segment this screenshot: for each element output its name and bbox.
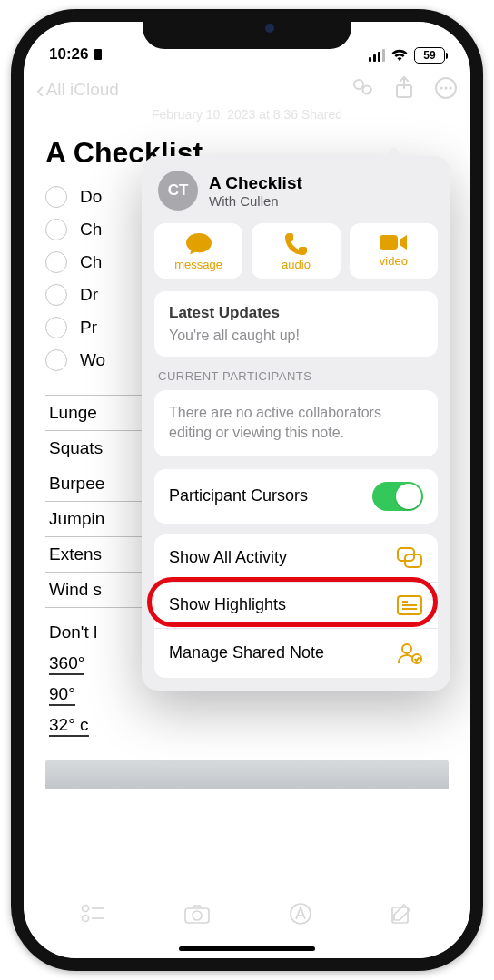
nav-bar: ‹ All iCloud (24, 67, 470, 113)
compose-icon[interactable] (390, 902, 413, 929)
checkbox-icon[interactable] (45, 284, 67, 306)
home-indicator (179, 946, 315, 951)
chevron-left-icon: ‹ (36, 78, 44, 102)
audio-button[interactable]: audio (252, 223, 340, 279)
manage-shared-label: Manage Shared Note (169, 643, 324, 662)
note-image (45, 760, 449, 789)
show-activity-row[interactable]: Show All Activity (154, 534, 438, 583)
checklist-text: Do (80, 187, 102, 207)
cursors-toggle[interactable] (372, 482, 423, 511)
highlights-icon (396, 595, 423, 615)
svg-rect-16 (380, 235, 398, 250)
checkbox-icon[interactable] (45, 349, 67, 371)
checklist-icon[interactable] (81, 904, 106, 927)
checklist-text: Pr (80, 318, 97, 338)
cellular-icon (369, 49, 385, 62)
collaborate-icon[interactable] (351, 77, 374, 103)
svg-point-4 (436, 78, 456, 98)
share-icon[interactable] (394, 76, 414, 103)
wifi-icon (390, 49, 409, 62)
back-label: All iCloud (46, 80, 119, 100)
checklist-text: Ch (80, 220, 102, 240)
message-icon (185, 232, 212, 256)
checklist-text: Wo (80, 350, 105, 370)
video-button[interactable]: video (350, 223, 438, 279)
show-activity-label: Show All Activity (169, 548, 287, 567)
camera-icon[interactable] (183, 903, 211, 928)
bottom-toolbar (24, 891, 470, 940)
video-icon (379, 232, 408, 252)
svg-point-2 (363, 86, 371, 94)
collaboration-popover: CT A Checklist With Cullen message audio (142, 156, 450, 691)
popover-subtitle: With Cullen (209, 193, 302, 209)
markup-icon[interactable] (289, 902, 312, 929)
note-line: 32° c (45, 710, 449, 740)
note-meta: February 10, 2023 at 8:36 Shared (45, 107, 449, 123)
phone-icon (284, 232, 308, 256)
more-icon[interactable] (434, 76, 458, 103)
checkbox-icon[interactable] (45, 317, 67, 338)
svg-point-1 (354, 80, 363, 89)
svg-point-23 (402, 644, 411, 653)
popover-title: A Checklist (209, 173, 302, 193)
svg-point-13 (193, 911, 202, 920)
participant-cursors-label: Participant Cursors (169, 486, 308, 505)
checkbox-icon[interactable] (45, 251, 67, 273)
checklist-text: Ch (80, 252, 102, 272)
status-time: 10:26 (49, 45, 88, 64)
updates-body: You're all caught up! (169, 328, 423, 344)
back-button[interactable]: ‹ All iCloud (36, 78, 119, 102)
battery-indicator: 59 (414, 47, 445, 64)
svg-rect-3 (397, 85, 411, 97)
checklist-text: Dr (80, 285, 98, 305)
updates-heading: Latest Updates (169, 304, 423, 322)
avatar: CT (158, 171, 198, 211)
checkbox-icon[interactable] (45, 219, 67, 240)
show-highlights-row[interactable]: Show Highlights (154, 583, 438, 629)
activity-icon (396, 547, 423, 569)
svg-point-6 (444, 86, 447, 89)
participant-cursors-row[interactable]: Participant Cursors (154, 469, 438, 524)
updates-card: Latest Updates You're all caught up! (154, 291, 438, 357)
svg-point-8 (82, 906, 88, 912)
participants-body: There are no active collaborators editin… (169, 403, 423, 444)
checkbox-icon[interactable] (45, 186, 67, 208)
svg-point-7 (449, 86, 451, 89)
svg-point-10 (82, 916, 88, 922)
participants-card: There are no active collaborators editin… (154, 390, 438, 456)
manage-shared-row[interactable]: Manage Shared Note (154, 629, 438, 678)
svg-point-5 (440, 86, 442, 89)
show-highlights-label: Show Highlights (169, 595, 286, 614)
manage-icon (396, 642, 423, 665)
message-button[interactable]: message (154, 223, 242, 279)
svg-rect-0 (94, 49, 102, 60)
location-icon (93, 48, 104, 61)
participants-label: CURRENT PARTICIPANTS (158, 369, 434, 383)
